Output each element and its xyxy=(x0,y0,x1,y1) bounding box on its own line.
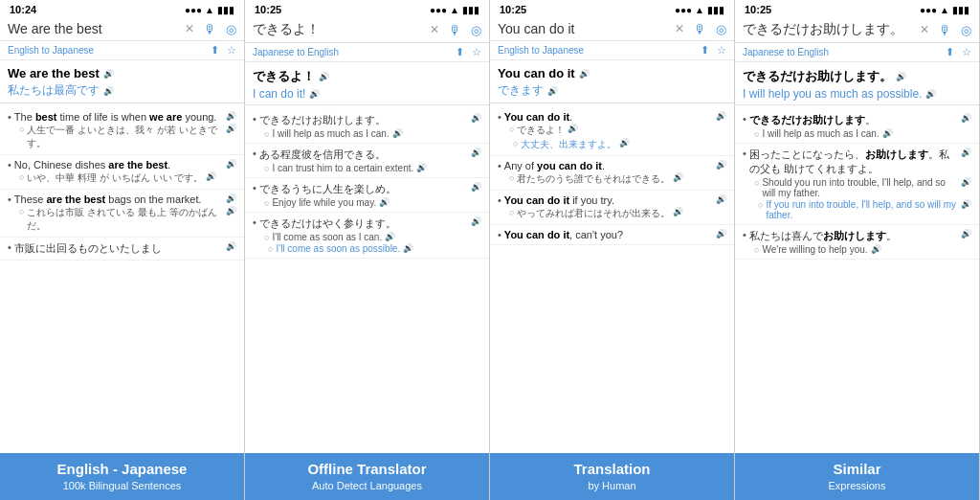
phone-panel-panel4: 10:25 ●●● ▲ ▮▮▮ できるだけお助けします。 ✕ 🎙 ◎ Japan… xyxy=(735,0,980,500)
speaker-icon[interactable]: 🔊 xyxy=(925,89,936,99)
speaker-icon[interactable]: 🔊 xyxy=(673,172,683,182)
speaker-icon[interactable]: 🔊 xyxy=(961,177,971,187)
mic-icon[interactable]: 🎙 xyxy=(694,22,706,36)
mic-icon[interactable]: 🎙 xyxy=(939,23,951,37)
example-item: •市販に出回るものといたしまし🔊 xyxy=(0,238,244,261)
speaker-icon[interactable]: 🔊 xyxy=(226,159,236,169)
speaker-icon[interactable]: 🔊 xyxy=(206,171,216,181)
speaker-icon[interactable]: 🔊 xyxy=(961,113,971,123)
speaker-icon[interactable]: 🔊 xyxy=(379,197,390,207)
bullet: • xyxy=(498,194,501,206)
battery-icon: ▮▮▮ xyxy=(217,5,234,15)
top-bar: できるよ！ ✕ 🎙 ◎ xyxy=(245,17,489,43)
speaker-icon[interactable]: 🔊 xyxy=(226,241,236,251)
speaker-icon[interactable]: 🔊 xyxy=(385,232,395,241)
listen-icon[interactable]: ◎ xyxy=(716,22,726,36)
input-text[interactable]: You can do it xyxy=(498,21,675,36)
status-bar: 10:25 ●●● ▲ ▮▮▮ xyxy=(245,0,489,17)
speaker-icon[interactable]: 🔊 xyxy=(579,69,590,79)
battery-icon: ▮▮▮ xyxy=(952,5,969,15)
speaker-icon[interactable]: 🔊 xyxy=(392,128,403,138)
speaker-icon[interactable]: 🔊 xyxy=(673,207,683,216)
example-en: •The best time of life is when we are yo… xyxy=(8,111,236,123)
speaker-icon[interactable]: 🔊 xyxy=(716,229,726,239)
sub-example-text: I'll come as soon as possible. xyxy=(276,243,400,254)
bottom-banner[interactable]: Offline TranslatorAuto Detect Languages xyxy=(245,453,489,500)
circle-bullet: ○ xyxy=(754,245,759,255)
speaker-icon[interactable]: 🔊 xyxy=(716,160,726,170)
speaker-icon[interactable]: 🔊 xyxy=(471,182,481,192)
speaker-icon[interactable]: 🔊 xyxy=(226,124,236,133)
lang-icons: ⬆ ☆ xyxy=(456,46,481,58)
listen-icon[interactable]: ◎ xyxy=(961,23,971,37)
clear-icon[interactable]: ✕ xyxy=(430,23,439,36)
input-text[interactable]: できるよ！ xyxy=(253,21,430,38)
speaker-icon[interactable]: 🔊 xyxy=(226,206,236,216)
banner-sub-text: 100k Bilingual Sentences xyxy=(6,479,238,492)
listen-icon[interactable]: ◎ xyxy=(471,23,481,37)
translation-main: You can do it🔊できます🔊 xyxy=(490,60,734,103)
target-text: できます🔊 xyxy=(498,82,726,99)
speaker-icon[interactable]: 🔊 xyxy=(961,229,971,239)
speaker-icon[interactable]: 🔊 xyxy=(471,113,481,123)
signal-icon: ●●● xyxy=(185,5,202,15)
clear-icon[interactable]: ✕ xyxy=(185,22,194,35)
bottom-banner[interactable]: SimilarExpressions xyxy=(735,453,979,500)
share-icon[interactable]: ⬆ xyxy=(456,46,464,58)
wifi-icon: ▲ xyxy=(695,5,704,15)
speaker-icon[interactable]: 🔊 xyxy=(319,72,329,81)
banner-main-text: Offline Translator xyxy=(251,461,483,478)
mic-icon[interactable]: 🎙 xyxy=(204,22,216,36)
speaker-icon[interactable]: 🔊 xyxy=(103,86,114,96)
example-jp-text: We're willing to help you. xyxy=(762,244,867,255)
example-jp: ○Enjoy life while you may.🔊 xyxy=(253,197,481,208)
example-en: •できるだけお助けします。🔊 xyxy=(743,113,971,127)
speaker-icon[interactable]: 🔊 xyxy=(716,111,726,121)
bottom-banner[interactable]: Translationby Human xyxy=(490,453,734,500)
example-jp-text: Should you run into trouble, I'll help, … xyxy=(762,177,958,198)
speaker-icon[interactable]: 🔊 xyxy=(882,128,893,138)
share-icon[interactable]: ⬆ xyxy=(946,46,954,58)
banner-sub-text: Auto Detect Languages xyxy=(251,479,483,492)
speaker-icon[interactable]: 🔊 xyxy=(309,89,320,99)
example-jp-text: これらは市販 されている 最も上 等のかばんだ。 xyxy=(27,206,223,233)
speaker-icon[interactable]: 🔊 xyxy=(547,86,558,96)
speaker-icon[interactable]: 🔊 xyxy=(226,111,236,121)
speaker-icon[interactable]: 🔊 xyxy=(471,148,481,157)
bottom-banner[interactable]: English - Japanese100k Bilingual Sentenc… xyxy=(0,453,244,500)
speaker-icon[interactable]: 🔊 xyxy=(416,163,427,172)
lang-bar: Japanese to English ⬆ ☆ xyxy=(245,43,489,62)
share-icon[interactable]: ⬆ xyxy=(211,44,219,57)
star-icon[interactable]: ☆ xyxy=(472,46,481,58)
speaker-icon[interactable]: 🔊 xyxy=(961,148,971,157)
speaker-icon[interactable]: 🔊 xyxy=(619,138,630,148)
mic-icon[interactable]: 🎙 xyxy=(449,23,461,37)
example-en: •You can do it, can't you?🔊 xyxy=(498,229,726,240)
input-text[interactable]: We are the best xyxy=(8,21,185,36)
top-bar-icons: ✕ 🎙 ◎ xyxy=(430,23,481,37)
speaker-icon[interactable]: 🔊 xyxy=(716,194,726,204)
clear-icon[interactable]: ✕ xyxy=(675,22,684,35)
star-icon[interactable]: ☆ xyxy=(227,44,236,57)
listen-icon[interactable]: ◎ xyxy=(226,22,236,36)
speaker-icon[interactable]: 🔊 xyxy=(471,216,481,226)
bullet: • xyxy=(253,113,256,125)
share-icon[interactable]: ⬆ xyxy=(701,44,709,57)
speaker-icon[interactable]: 🔊 xyxy=(226,193,236,203)
speaker-icon[interactable]: 🔊 xyxy=(403,243,413,253)
speaker-icon[interactable]: 🔊 xyxy=(568,124,578,133)
clear-icon[interactable]: ✕ xyxy=(920,23,929,36)
speaker-icon[interactable]: 🔊 xyxy=(871,244,881,254)
input-text[interactable]: できるだけお助けします。 xyxy=(743,21,920,38)
top-bar: できるだけお助けします。 ✕ 🎙 ◎ xyxy=(735,17,979,43)
bullet: • xyxy=(8,111,11,123)
star-icon[interactable]: ☆ xyxy=(717,44,726,57)
speaker-icon[interactable]: 🔊 xyxy=(896,72,906,81)
bullet: • xyxy=(8,159,11,170)
example-item: •Any of you can do it.🔊○君たちのうち誰でもそれはできる。… xyxy=(490,156,734,191)
star-icon[interactable]: ☆ xyxy=(962,46,971,58)
examples-list: •できるだけお助けします。🔊○I will help as much as I … xyxy=(735,105,979,453)
signal-icon: ●●● xyxy=(675,5,692,15)
speaker-icon[interactable]: 🔊 xyxy=(961,199,971,209)
speaker-icon[interactable]: 🔊 xyxy=(103,69,114,79)
